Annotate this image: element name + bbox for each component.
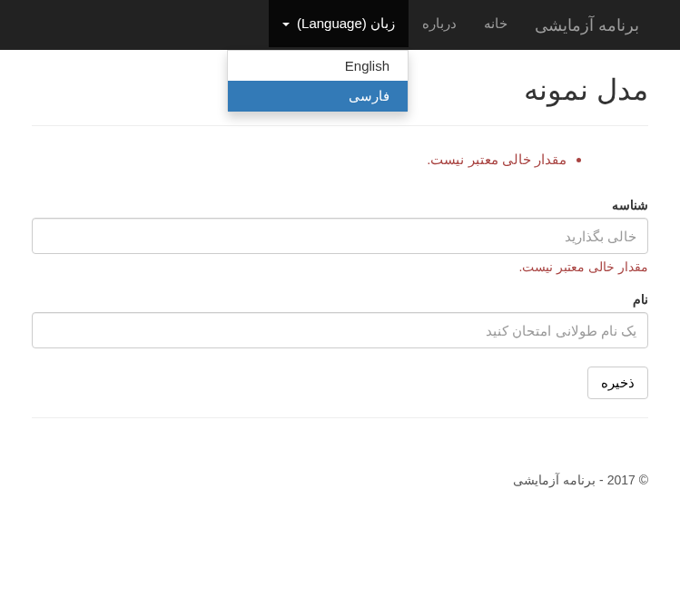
form-group-name: نام [32, 292, 648, 348]
form-group-id: شناسه مقدار خالی معتبر نیست. [32, 198, 648, 274]
nav-link-about[interactable]: درباره [409, 0, 470, 47]
validation-summary: مقدار خالی معتبر نیست. [32, 149, 594, 171]
navbar-brand[interactable]: برنامه آزمایشی [521, 0, 653, 50]
footer: © 2017 - برنامه آزمایشی [0, 459, 680, 501]
language-menu: English فارسی [227, 50, 409, 112]
navbar-nav: خانه درباره زبان (Language) English فارس… [269, 0, 521, 50]
footer-text: © 2017 - برنامه آزمایشی [513, 473, 648, 487]
name-label: نام [32, 292, 648, 307]
submit-button[interactable]: ذخیره [587, 367, 648, 399]
nav-link-home[interactable]: خانه [470, 0, 521, 47]
divider-bottom [32, 417, 648, 418]
validation-summary-item: مقدار خالی معتبر نیست. [32, 149, 567, 171]
name-input[interactable] [32, 312, 648, 348]
caret-down-icon [282, 23, 290, 26]
language-label: زبان (Language) [297, 15, 395, 31]
language-dropdown: زبان (Language) English فارسی [269, 0, 409, 50]
form-group-submit: ذخیره [32, 367, 648, 399]
divider [32, 125, 648, 126]
language-option-farsi[interactable]: فارسی [228, 81, 408, 112]
id-input[interactable] [32, 218, 648, 254]
language-toggle[interactable]: زبان (Language) [269, 0, 409, 47]
language-option-english[interactable]: English [228, 51, 408, 81]
id-label: شناسه [32, 198, 648, 212]
id-error: مقدار خالی معتبر نیست. [32, 259, 648, 274]
navbar: برنامه آزمایشی خانه درباره زبان (Languag… [0, 0, 680, 50]
